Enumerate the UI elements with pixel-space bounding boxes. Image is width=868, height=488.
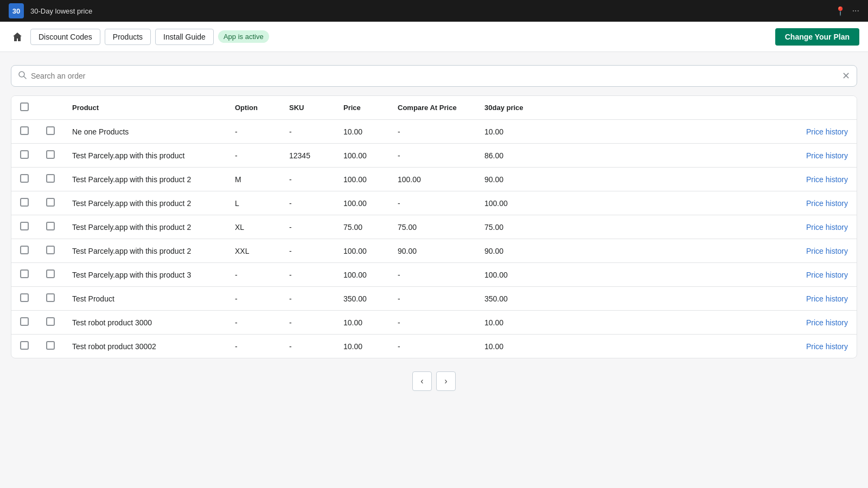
- price-history-link-8[interactable]: Price history: [806, 318, 848, 327]
- search-input[interactable]: [31, 72, 842, 80]
- row-history-3: Price history: [541, 191, 857, 215]
- discount-codes-button[interactable]: Discount Codes: [30, 29, 100, 45]
- row-checkbox-outer-4: [11, 215, 37, 239]
- row-price-9: 10.00: [335, 335, 389, 358]
- row-sku-8: -: [280, 311, 335, 335]
- row-checkbox-outer-2[interactable]: [20, 174, 29, 183]
- header-compare-at-price: Compare At Price: [389, 96, 476, 120]
- price-history-link-3[interactable]: Price history: [806, 199, 848, 208]
- price-history-link-4[interactable]: Price history: [806, 223, 848, 232]
- row-checkbox-outer-6[interactable]: [20, 269, 29, 278]
- row-history-1: Price history: [541, 144, 857, 168]
- row-checkbox-outer-9: [11, 335, 37, 358]
- row-option-1: -: [226, 144, 280, 168]
- row-checkbox-inner-0: [37, 120, 63, 144]
- row-thirtyday-1: 86.00: [476, 144, 541, 168]
- row-sku-5: -: [280, 239, 335, 263]
- row-sku-4: -: [280, 215, 335, 239]
- row-thirtyday-8: 10.00: [476, 311, 541, 335]
- home-icon[interactable]: [9, 28, 26, 46]
- price-history-link-2[interactable]: Price history: [806, 175, 848, 184]
- row-option-0: -: [226, 120, 280, 144]
- row-sku-9: -: [280, 335, 335, 358]
- row-checkbox-outer-7[interactable]: [20, 293, 29, 302]
- row-compare-4: 75.00: [389, 215, 476, 239]
- table-row: Ne one Products - - 10.00 - 10.00 Price …: [11, 120, 857, 144]
- row-product-4: Test Parcely.app with this product 2: [63, 215, 226, 239]
- prev-page-button[interactable]: ‹: [412, 371, 432, 391]
- products-button[interactable]: Products: [105, 29, 151, 45]
- row-checkbox-inner-5[interactable]: [46, 246, 55, 254]
- row-checkbox-outer-3[interactable]: [20, 198, 29, 207]
- row-compare-6: -: [389, 263, 476, 287]
- row-checkbox-outer-0[interactable]: [20, 126, 29, 135]
- row-checkbox-inner-6[interactable]: [46, 269, 55, 278]
- row-thirtyday-0: 10.00: [476, 120, 541, 144]
- header-history: [541, 96, 857, 120]
- app-active-badge: App is active: [218, 30, 269, 43]
- row-history-7: Price history: [541, 287, 857, 311]
- app-title: 30-Day lowest price: [30, 7, 92, 15]
- row-product-1: Test Parcely.app with this product: [63, 144, 226, 168]
- row-checkbox-inner-2: [37, 168, 63, 191]
- table-row: Test robot product 30002 - - 10.00 - 10.…: [11, 335, 857, 358]
- row-checkbox-inner-8[interactable]: [46, 317, 55, 326]
- table-row: Test Product - - 350.00 - 350.00 Price h…: [11, 287, 857, 311]
- row-checkbox-outer-0: [11, 120, 37, 144]
- row-checkbox-inner-1[interactable]: [46, 150, 55, 159]
- change-plan-button[interactable]: Change Your Plan: [775, 28, 859, 46]
- row-checkbox-inner-2[interactable]: [46, 174, 55, 183]
- products-table: Product Option SKU Price Compare At Pric…: [11, 95, 857, 358]
- row-checkbox-inner-0[interactable]: [46, 126, 55, 135]
- select-all-checkbox[interactable]: [20, 102, 29, 111]
- row-history-2: Price history: [541, 168, 857, 191]
- price-history-link-5[interactable]: Price history: [806, 247, 848, 255]
- row-checkbox-outer-3: [11, 191, 37, 215]
- row-price-7: 350.00: [335, 287, 389, 311]
- row-checkbox-outer-8[interactable]: [20, 317, 29, 326]
- price-history-link-9[interactable]: Price history: [806, 342, 848, 351]
- next-page-button[interactable]: ›: [436, 371, 456, 391]
- row-product-7: Test Product: [63, 287, 226, 311]
- header-sku: SKU: [280, 96, 335, 120]
- row-sku-7: -: [280, 287, 335, 311]
- install-guide-button[interactable]: Install Guide: [155, 29, 214, 45]
- row-checkbox-inner-4: [37, 215, 63, 239]
- more-icon[interactable]: ···: [852, 6, 859, 16]
- price-history-link-1[interactable]: Price history: [806, 151, 848, 160]
- row-price-5: 100.00: [335, 239, 389, 263]
- row-checkbox-inner-4[interactable]: [46, 222, 55, 230]
- search-icon: [18, 70, 27, 81]
- row-price-0: 10.00: [335, 120, 389, 144]
- row-option-5: XXL: [226, 239, 280, 263]
- pin-icon[interactable]: 📍: [835, 6, 846, 16]
- row-price-1: 100.00: [335, 144, 389, 168]
- row-checkbox-outer-5[interactable]: [20, 246, 29, 254]
- row-product-5: Test Parcely.app with this product 2: [63, 239, 226, 263]
- row-checkbox-inner-1: [37, 144, 63, 168]
- nav-bar: Discount Codes Products Install Guide Ap…: [0, 22, 868, 52]
- header-sub-checkbox: [37, 96, 63, 120]
- row-checkbox-outer-9[interactable]: [20, 341, 29, 350]
- row-thirtyday-4: 75.00: [476, 215, 541, 239]
- price-history-link-0[interactable]: Price history: [806, 127, 848, 136]
- price-history-link-6[interactable]: Price history: [806, 271, 848, 279]
- row-compare-3: -: [389, 191, 476, 215]
- row-checkbox-inner-3[interactable]: [46, 198, 55, 207]
- row-checkbox-outer-1[interactable]: [20, 150, 29, 159]
- table-row: Test Parcely.app with this product 3 - -…: [11, 263, 857, 287]
- clear-search-icon[interactable]: ✕: [842, 70, 850, 82]
- row-checkbox-outer-4[interactable]: [20, 222, 29, 230]
- row-history-6: Price history: [541, 263, 857, 287]
- price-history-link-7[interactable]: Price history: [806, 294, 848, 303]
- row-checkbox-inner-9[interactable]: [46, 341, 55, 350]
- row-option-6: -: [226, 263, 280, 287]
- row-checkbox-inner-9: [37, 335, 63, 358]
- row-checkbox-inner-7[interactable]: [46, 293, 55, 302]
- table-row: Test Parcely.app with this product 2 XXL…: [11, 239, 857, 263]
- row-product-3: Test Parcely.app with this product 2: [63, 191, 226, 215]
- table-row: Test Parcely.app with this product 2 XL …: [11, 215, 857, 239]
- row-product-9: Test robot product 30002: [63, 335, 226, 358]
- row-checkbox-outer-7: [11, 287, 37, 311]
- row-sku-3: -: [280, 191, 335, 215]
